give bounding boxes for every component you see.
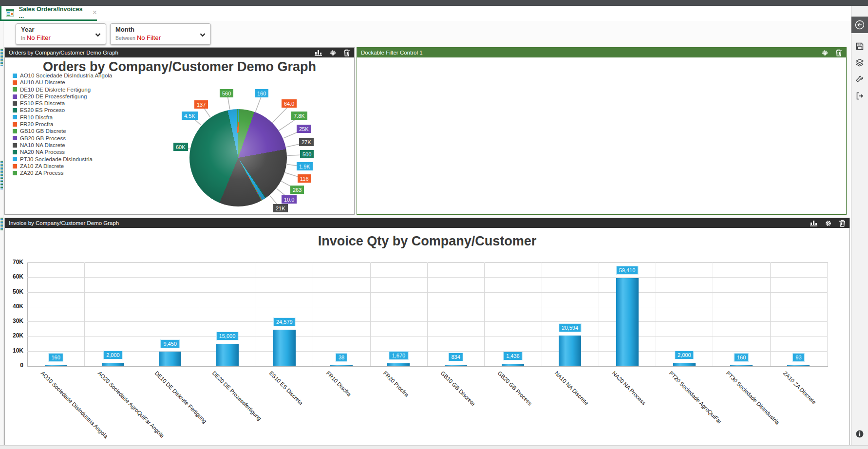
bar[interactable] xyxy=(616,278,639,366)
legend-item[interactable]: FR10 Discfra xyxy=(13,114,112,121)
gridline-vertical xyxy=(484,262,485,366)
gear-icon[interactable] xyxy=(329,49,337,56)
bar[interactable] xyxy=(787,365,810,366)
legend-item[interactable]: DE10 DE Diskrete Fertigung xyxy=(13,86,112,93)
legend-label: ES20 ES Proceso xyxy=(20,107,65,113)
pie-callout-label: 4.5K xyxy=(182,112,198,120)
legend-swatch xyxy=(13,74,17,78)
bar-chart-icon[interactable] xyxy=(810,220,818,226)
x-axis-label: AO20 Sociedade AgroQuiFar Angola xyxy=(96,370,165,439)
tab-close-icon[interactable]: × xyxy=(93,9,97,17)
legend-item[interactable]: NA20 NA Process xyxy=(13,149,112,155)
legend-swatch xyxy=(13,122,17,127)
x-axis-label: GB10 GB Discrete xyxy=(439,370,476,407)
pie-callout-label: 160 xyxy=(255,89,268,97)
bar[interactable] xyxy=(273,330,296,366)
dashboard-tab-icon xyxy=(6,9,14,17)
x-axis-label: DE10 DE Diskrete Fertigung xyxy=(154,370,208,424)
logout-icon[interactable] xyxy=(851,88,868,104)
legend-label: DE10 DE Diskrete Fertigung xyxy=(20,86,91,93)
dock-handle[interactable] xyxy=(0,218,3,230)
legend-item[interactable]: FR20 Procfra xyxy=(13,121,112,128)
dockable-filter-panel: Dockable Filter Control 1 xyxy=(357,47,847,215)
x-axis-label: NA10 NA Discrete xyxy=(554,370,590,406)
bar[interactable] xyxy=(387,363,410,366)
wrench-icon[interactable] xyxy=(851,71,868,88)
bar-value-label: 1,436 xyxy=(503,352,523,360)
legend-item[interactable]: PT30 Sociedade DisIndustria xyxy=(13,156,112,163)
collapse-back-icon[interactable] xyxy=(851,17,868,33)
trash-icon[interactable] xyxy=(835,49,842,56)
tab-sales-orders-invoices[interactable]: Sales Orders/Invoices ... × xyxy=(0,6,97,19)
filter-operator: Between xyxy=(115,35,135,41)
dockable-filter-body xyxy=(357,57,846,214)
legend-item[interactable]: AU10 AU Discrete xyxy=(13,79,112,86)
pie-callout-label: 7.8K xyxy=(291,112,307,120)
legend-swatch xyxy=(13,164,17,168)
filter-label: Year xyxy=(21,26,106,33)
legend-item[interactable]: GB20 GB Process xyxy=(13,135,112,142)
dock-handle[interactable] xyxy=(0,49,3,66)
gridline-vertical xyxy=(370,262,371,366)
filter-value: No Filter xyxy=(27,34,51,41)
panel-header-title: Dockable Filter Control 1 xyxy=(361,50,423,56)
pie-callout-label: 500 xyxy=(300,150,314,158)
x-axis-label: ES10 ES Discreta xyxy=(268,370,304,406)
bar-chart-icon[interactable] xyxy=(315,49,322,56)
legend-item[interactable]: NA10 NA Discrete xyxy=(13,142,112,149)
gridline-vertical xyxy=(599,262,599,366)
gridline-vertical xyxy=(84,262,85,366)
month-filter-dropdown[interactable]: Month BetweenNo Filter xyxy=(110,23,211,45)
info-icon[interactable] xyxy=(851,426,868,442)
save-icon[interactable] xyxy=(851,38,868,55)
x-axis-label: NA20 NA Process xyxy=(611,370,647,406)
bar[interactable] xyxy=(502,364,524,366)
trash-icon[interactable] xyxy=(839,220,846,227)
bar-value-label: 20,594 xyxy=(559,323,581,332)
bar[interactable] xyxy=(330,365,353,366)
orders-pie[interactable] xyxy=(189,109,287,206)
legend-item[interactable]: ZA10 ZA Discrete xyxy=(13,163,112,169)
legend-item[interactable]: ZA20 ZA Process xyxy=(13,169,112,176)
year-filter-dropdown[interactable]: Year InNo Filter xyxy=(16,23,106,45)
legend-item[interactable]: ES20 ES Proceso xyxy=(13,107,112,113)
legend-label: AO10 Sociedade DisIndustria Angola xyxy=(20,72,112,79)
bar[interactable] xyxy=(159,352,181,366)
legend-item[interactable]: AO10 Sociedade DisIndustria Angola xyxy=(13,72,112,79)
bar-value-label: 160 xyxy=(734,353,749,362)
tab-title: Sales Orders/Invoices ... xyxy=(19,6,85,19)
bar[interactable] xyxy=(102,363,124,366)
bar-chart-title: Invoice Qty by Company/Customer xyxy=(5,234,849,249)
bar[interactable] xyxy=(445,365,467,366)
legend-swatch xyxy=(13,80,17,85)
layers-icon[interactable] xyxy=(851,55,868,71)
bar-value-label: 59,410 xyxy=(616,266,639,275)
legend-swatch xyxy=(13,115,17,119)
bar[interactable] xyxy=(45,365,67,366)
invoice-panel: Invoice by Company/Customer Demo Graph I… xyxy=(4,218,850,449)
x-axis-label: FR10 Discfra xyxy=(325,370,353,397)
legend-swatch xyxy=(13,129,17,133)
y-axis-tick: 30K xyxy=(5,318,23,324)
y-axis-tick: 40K xyxy=(5,303,23,310)
gear-icon[interactable] xyxy=(821,49,829,56)
bar[interactable] xyxy=(730,365,753,366)
pie-callout-label: 1.9K xyxy=(297,162,313,170)
legend-item[interactable]: GB10 GB Discrete xyxy=(13,128,112,134)
legend-label: NA20 NA Process xyxy=(20,149,65,155)
legend-label: GB10 GB Discrete xyxy=(20,128,66,134)
dock-handle[interactable] xyxy=(0,161,3,190)
gridline-vertical xyxy=(656,262,656,366)
bar-value-label: 834 xyxy=(448,353,463,361)
bar[interactable] xyxy=(559,336,581,366)
bar-value-label: 2,000 xyxy=(675,351,694,359)
bar[interactable] xyxy=(673,363,696,366)
legend-label: ZA10 ZA Discrete xyxy=(20,163,64,169)
trash-icon[interactable] xyxy=(343,49,350,56)
bar[interactable] xyxy=(216,344,239,366)
gridline-vertical xyxy=(199,262,199,366)
x-axis-label: FR20 Procfra xyxy=(382,370,410,398)
gear-icon[interactable] xyxy=(825,220,832,227)
legend-item[interactable]: ES10 ES Discreta xyxy=(13,100,112,107)
legend-item[interactable]: DE20 DE Prozessfertigung xyxy=(13,93,112,100)
